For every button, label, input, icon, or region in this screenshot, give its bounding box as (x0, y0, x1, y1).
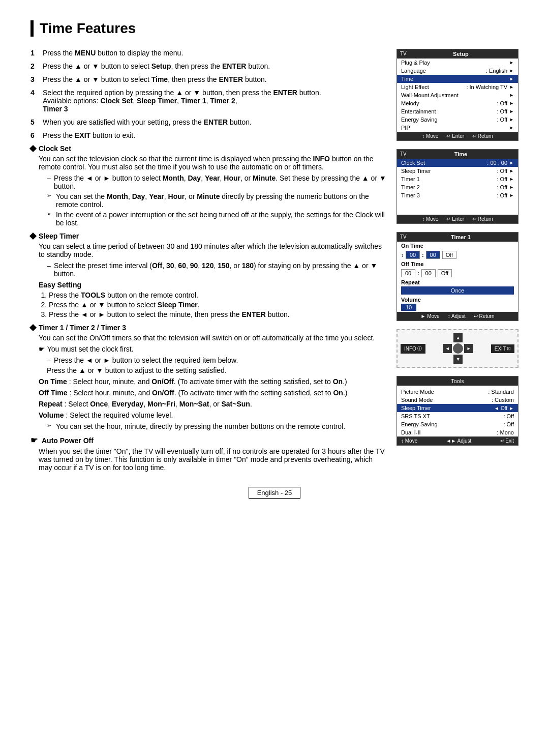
time-panel-footer: ↕ Move ↵ Enter ↩ Return (397, 215, 518, 223)
step-6-num: 6 (30, 131, 39, 139)
nav-left[interactable]: ◄ (443, 344, 452, 353)
sleep-timer-section: Sleep Timer You can select a time period… (30, 232, 386, 318)
timer-sub1: Press the ◄ or ► button to select the re… (47, 356, 386, 364)
setup-tv-label: TV (400, 51, 407, 57)
easy-setting: Easy Setting Press the TOOLS button on t… (39, 281, 386, 318)
sleep-timer-desc: You can select a time period of between … (39, 242, 386, 258)
info-bold: INFO (313, 155, 330, 163)
step-2-content: Press the ▲ or ▼ button to select Setup,… (43, 62, 386, 70)
nav-enter[interactable] (453, 343, 463, 354)
clock-set-sub1: Press the ◄ or ► button to select Month,… (47, 174, 386, 190)
nav-mid-row: ◄ ► (443, 343, 473, 354)
on-time-row: ↕ 00 : 00 Off (397, 250, 518, 260)
tools-footer-exit: ↩ Exit (500, 438, 514, 444)
clock-set-body: You can set the television clock so that… (30, 155, 386, 227)
exit-button[interactable]: EXIT ⊡ (491, 344, 514, 353)
info-button[interactable]: INFO ⓘ (401, 344, 425, 354)
timer1-footer-return: ↩ Return (474, 313, 495, 319)
timer-adjust: Press the ▲ or ▼ button to adjust to the… (39, 366, 386, 374)
clock-set-desc: You can set the television clock so that… (39, 155, 386, 171)
timer1-opt: Timer 1 (181, 97, 206, 105)
setup-row-melody: Melody : Off ► (397, 99, 518, 107)
enter-bold-2: ENTER (222, 62, 246, 70)
info-btn-label: INFO (404, 346, 416, 352)
easy-setting-title: Easy Setting (39, 281, 386, 289)
step-5-num: 5 (30, 118, 39, 126)
timer2-opt: Timer 2 (210, 97, 235, 105)
tools-row-srs: SRS TS XT : Off (397, 412, 518, 420)
tools-row-dual: Dual I-II : Mono (397, 428, 518, 437)
timer-desc: You can set the On/Off timers so that th… (39, 334, 386, 342)
step-2: 2 Press the ▲ or ▼ button to select Setu… (30, 62, 386, 70)
setup-footer-enter: ↵ Enter (446, 133, 464, 139)
sleep-timer-opt: Sleep Timer (137, 97, 177, 105)
time-panel: TV Time Clock Set : 00 : 00 ► Sleep Time… (396, 149, 518, 224)
setup-footer-move: ↕ Move (422, 133, 438, 139)
nav-right[interactable]: ► (464, 344, 473, 353)
timer1-footer-move: ► Move (421, 313, 440, 319)
exit-bold: EXIT (75, 131, 90, 139)
auto-power-off-header: ☛ Auto Power Off (30, 435, 386, 445)
step-1: 1 Press the MENU button to display the m… (30, 49, 386, 57)
tools-panel-header: Tools (397, 376, 518, 386)
timer1-footer-adjust: ↕ Adjust (448, 313, 466, 319)
remote-buttons: INFO ⓘ ▲ ◄ ► ▼ EXIT ⊡ (401, 333, 514, 364)
remote-panel: INFO ⓘ ▲ ◄ ► ▼ EXIT ⊡ (396, 329, 518, 368)
time-panel-header: TV Time (397, 150, 518, 159)
time-footer-move: ↕ Move (422, 216, 438, 222)
step-4: 4 Select the required option by pressing… (30, 89, 386, 113)
timer-note: ☛ You must set the clock first. (39, 345, 386, 353)
on-time-off: Off (442, 251, 456, 259)
step-3: 3 Press the ▲ or ▼ button to select Time… (30, 75, 386, 83)
phone-icon: ☛ (30, 435, 38, 445)
tools-footer-move: ↕ Move (401, 438, 417, 444)
sleep-timer-title: Sleep Timer (39, 232, 79, 240)
auto-power-off-title: Auto Power Off (42, 437, 94, 445)
diamond-icon-2 (29, 232, 37, 240)
setup-footer-return: ↩ Return (472, 133, 493, 139)
available-options: Clock Set (100, 97, 133, 105)
repeat-section: Repeat Once (397, 278, 518, 296)
page-title: Time Features (30, 20, 518, 37)
tools-row-energysaving: Energy Saving : Off (397, 420, 518, 428)
page-footer: English - 25 (30, 487, 518, 499)
sleep-timer-header: Sleep Timer (30, 232, 386, 240)
timer1-panel-footer: ► Move ↕ Adjust ↩ Return (397, 312, 518, 321)
exit-btn-icon: ⊡ (507, 346, 511, 351)
nav-down[interactable]: ▼ (453, 355, 463, 364)
repeat-value: Once (401, 286, 514, 295)
volume-label: Volume (401, 297, 514, 303)
easy-setting-steps: Press the TOOLS button on the remote con… (39, 291, 386, 318)
off-time-row: 00 : 00 Off (397, 268, 518, 278)
step-2-num: 2 (30, 62, 39, 70)
clock-set-section: Clock Set You can set the television clo… (30, 144, 386, 227)
left-content: 1 Press the MENU button to display the m… (30, 49, 386, 477)
tools-panel-footer: ↕ Move ◄► Adjust ↩ Exit (397, 437, 518, 445)
setup-panel-title: Setup (453, 51, 469, 57)
nav-up[interactable]: ▲ (453, 333, 463, 342)
easy-step-1: Press the TOOLS button on the remote con… (49, 291, 386, 299)
time-tv-label: TV (400, 151, 407, 157)
timer3-opt: Timer 3 (43, 105, 68, 113)
timer-arrowlist: You can set the hour, minute, directly b… (39, 422, 386, 430)
step-5: 5 When you are satisfied with your setti… (30, 118, 386, 126)
timer-on-time: On Time : Select hour, minute, and On/Of… (39, 377, 386, 386)
step-1-content: Press the MENU button to display the men… (43, 49, 386, 57)
step-6-content: Press the EXIT button to exit. (43, 131, 386, 139)
sleep-timer-sub1: Select the preset time interval (Off, 30… (47, 261, 386, 278)
diamond-icon (29, 145, 37, 152)
off-time-hour: 00 (401, 269, 415, 277)
on-time-min: 00 (426, 251, 440, 259)
menu-bold: MENU (75, 49, 96, 57)
clock-set-arrow2: In the event of a power interruption or … (47, 211, 386, 227)
timer-sublist: Press the ◄ or ► button to select the re… (39, 356, 386, 364)
enter-bold-3: ENTER (219, 75, 243, 83)
setup-panel-footer: ↕ Move ↵ Enter ↩ Return (397, 132, 518, 140)
tools-row-sleeptimer: Sleep Timer ◄ Off ► (397, 404, 518, 412)
step-5-content: When you are satisfied with your setting… (43, 118, 386, 126)
time-footer-return: ↩ Return (472, 216, 493, 222)
step-3-content: Press the ▲ or ▼ button to select Time, … (43, 75, 386, 83)
on-time-hour: 00 (406, 251, 420, 259)
easy-step-2: Press the ▲ or ▼ button to select Sleep … (49, 301, 386, 309)
step-6: 6 Press the EXIT button to exit. (30, 131, 386, 139)
